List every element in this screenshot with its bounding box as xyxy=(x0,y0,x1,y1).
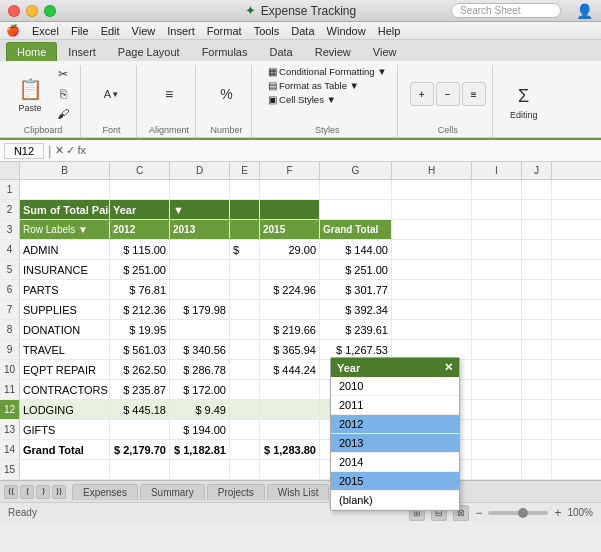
col-header-h[interactable]: H xyxy=(392,162,472,179)
cell-b13[interactable]: GIFTS xyxy=(20,420,110,439)
menu-tools[interactable]: Tools xyxy=(254,25,280,37)
cell-b14[interactable]: Grand Total xyxy=(20,440,110,459)
cell-b12[interactable]: LODGING xyxy=(20,400,110,419)
cell-d1[interactable] xyxy=(170,180,230,199)
cell-e14[interactable] xyxy=(230,440,260,459)
cell-e12[interactable] xyxy=(230,400,260,419)
tab-wish-list[interactable]: Wish List xyxy=(267,484,330,500)
cell-j11[interactable] xyxy=(522,380,552,399)
zoom-plus-button[interactable]: + xyxy=(554,506,561,520)
pivot-filter-clear-icon[interactable]: ✕ xyxy=(444,361,453,374)
paste-button[interactable]: 📋 Paste xyxy=(12,73,48,115)
insert-cell-button[interactable]: + xyxy=(410,82,434,106)
cell-b11[interactable]: CONTRACTORS xyxy=(20,380,110,399)
cell-c7[interactable]: $ 212.36 xyxy=(110,300,170,319)
cell-e9[interactable] xyxy=(230,340,260,359)
cell-c13[interactable] xyxy=(110,420,170,439)
cell-b8[interactable]: DONATION xyxy=(20,320,110,339)
menu-excel-label[interactable]: Excel xyxy=(32,25,59,37)
cell-i11[interactable] xyxy=(472,380,522,399)
col-header-c[interactable]: C xyxy=(110,162,170,179)
cell-i5[interactable] xyxy=(472,260,522,279)
cell-f4[interactable]: 29.00 xyxy=(260,240,320,259)
cell-j5[interactable] xyxy=(522,260,552,279)
cell-e11[interactable] xyxy=(230,380,260,399)
cell-f10[interactable]: $ 444.24 xyxy=(260,360,320,379)
cell-j9[interactable] xyxy=(522,340,552,359)
tab-formulas[interactable]: Formulas xyxy=(191,42,259,61)
cell-f14[interactable]: $ 1,283.80 xyxy=(260,440,320,459)
cell-b3[interactable]: Row Labels ▼ xyxy=(20,220,110,239)
cell-g5[interactable]: $ 251.00 xyxy=(320,260,392,279)
cut-button[interactable]: ✂ xyxy=(52,65,74,83)
cell-d7[interactable]: $ 179.98 xyxy=(170,300,230,319)
tab-data[interactable]: Data xyxy=(258,42,303,61)
menu-file[interactable]: File xyxy=(71,25,89,37)
cell-j7[interactable] xyxy=(522,300,552,319)
cell-i7[interactable] xyxy=(472,300,522,319)
cell-j3[interactable] xyxy=(522,220,552,239)
menu-view[interactable]: View xyxy=(132,25,156,37)
cell-c8[interactable]: $ 19.95 xyxy=(110,320,170,339)
cell-h8[interactable] xyxy=(392,320,472,339)
cell-i3[interactable] xyxy=(472,220,522,239)
col-header-i[interactable]: I xyxy=(472,162,522,179)
cell-e15[interactable] xyxy=(230,460,260,479)
cancel-formula-icon[interactable]: ✕ xyxy=(55,144,64,157)
account-icon[interactable]: 👤 xyxy=(576,3,593,19)
number-button[interactable]: % xyxy=(209,78,245,110)
pivot-filter-item-2011[interactable]: 2011 xyxy=(331,396,459,415)
cell-c14[interactable]: $ 2,179.70 xyxy=(110,440,170,459)
cell-i1[interactable] xyxy=(472,180,522,199)
menu-format[interactable]: Format xyxy=(207,25,242,37)
cell-g1[interactable] xyxy=(320,180,392,199)
alignment-button[interactable]: ≡ xyxy=(151,78,187,110)
cell-b4[interactable]: ADMIN xyxy=(20,240,110,259)
tab-review[interactable]: Review xyxy=(304,42,362,61)
cell-c10[interactable]: $ 262.50 xyxy=(110,360,170,379)
delete-cell-button[interactable]: − xyxy=(436,82,460,106)
cell-d4[interactable] xyxy=(170,240,230,259)
menu-data[interactable]: Data xyxy=(291,25,314,37)
zoom-thumb[interactable] xyxy=(518,508,528,518)
cell-b2[interactable]: Sum of Total Paid xyxy=(20,200,110,219)
cell-j13[interactable] xyxy=(522,420,552,439)
cell-d10[interactable]: $ 286.78 xyxy=(170,360,230,379)
cell-c2[interactable]: Year xyxy=(110,200,170,219)
cell-g6[interactable]: $ 301.77 xyxy=(320,280,392,299)
pivot-filter-item-2014[interactable]: 2014 xyxy=(331,453,459,472)
cell-d15[interactable] xyxy=(170,460,230,479)
cell-e6[interactable] xyxy=(230,280,260,299)
cell-h4[interactable] xyxy=(392,240,472,259)
cell-reference[interactable]: N12 xyxy=(4,143,44,159)
cell-f7[interactable] xyxy=(260,300,320,319)
tab-nav-first[interactable]: ⟨⟨ xyxy=(4,485,18,499)
formula-input[interactable] xyxy=(90,145,597,157)
editing-button[interactable]: Σ Editing xyxy=(506,80,542,122)
cell-h6[interactable] xyxy=(392,280,472,299)
cell-f2[interactable] xyxy=(260,200,320,219)
cell-b9[interactable]: TRAVEL xyxy=(20,340,110,359)
minimize-button[interactable] xyxy=(26,5,38,17)
cell-f5[interactable] xyxy=(260,260,320,279)
menu-edit[interactable]: Edit xyxy=(101,25,120,37)
cell-i10[interactable] xyxy=(472,360,522,379)
cell-c11[interactable]: $ 235.87 xyxy=(110,380,170,399)
maximize-button[interactable] xyxy=(44,5,56,17)
menu-excel[interactable]: 🍎 xyxy=(6,24,20,37)
tab-projects[interactable]: Projects xyxy=(207,484,265,500)
cell-b15[interactable] xyxy=(20,460,110,479)
cell-e7[interactable] xyxy=(230,300,260,319)
cell-d9[interactable]: $ 340.56 xyxy=(170,340,230,359)
cell-i8[interactable] xyxy=(472,320,522,339)
cell-g8[interactable]: $ 239.61 xyxy=(320,320,392,339)
cell-e8[interactable] xyxy=(230,320,260,339)
tab-view[interactable]: View xyxy=(362,42,408,61)
col-header-j[interactable]: J xyxy=(522,162,552,179)
cell-j2[interactable] xyxy=(522,200,552,219)
cell-d5[interactable] xyxy=(170,260,230,279)
pivot-filter-item-2010[interactable]: 2010 xyxy=(331,377,459,396)
cell-j15[interactable] xyxy=(522,460,552,479)
cell-f6[interactable]: $ 224.96 xyxy=(260,280,320,299)
pivot-filter-item-blank[interactable]: (blank) xyxy=(331,491,459,510)
